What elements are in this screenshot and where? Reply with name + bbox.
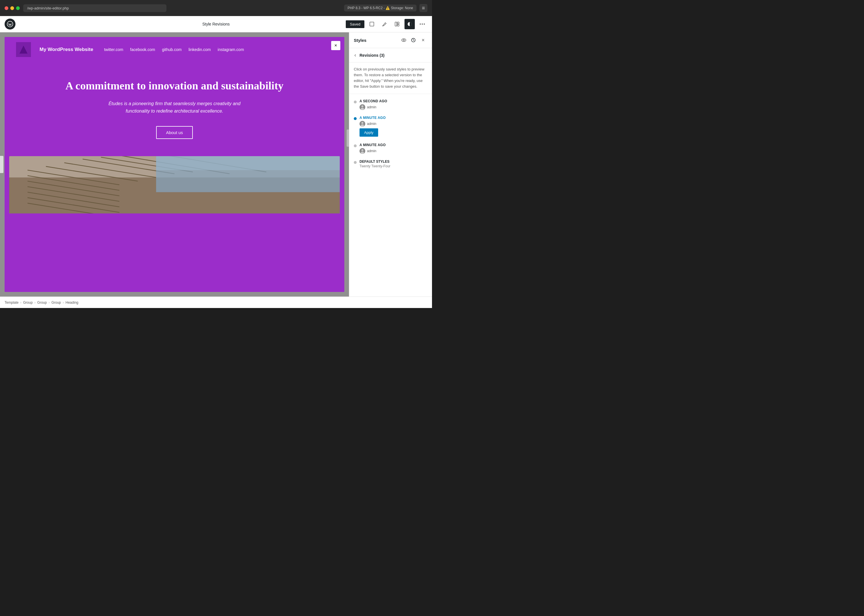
close-preview-button[interactable]: × [331, 41, 340, 50]
wp-admin-bar: W Style Revisions Saved [0, 16, 432, 32]
revision-item-1[interactable]: A SECOND AGO admin [349, 96, 432, 113]
about-us-button[interactable]: About us [156, 126, 193, 139]
browser-right: PHP 8.3 - WP 6.5-RC2 - ⚠️ Storage: None … [344, 4, 427, 12]
svg-point-40 [361, 152, 364, 154]
nav-link-linkedin[interactable]: linkedin.com [189, 47, 211, 52]
breadcrumb-sep-3: › [49, 300, 50, 305]
wp-logo[interactable]: W [5, 19, 16, 30]
svg-point-33 [361, 105, 363, 107]
site-logo [16, 42, 31, 57]
revisions-description: Click on previously saved styles to prev… [349, 63, 432, 94]
back-button[interactable]: ‹ [354, 52, 357, 59]
breadcrumb-sep-1: › [20, 300, 22, 305]
traffic-light-close[interactable] [5, 6, 8, 10]
svg-rect-5 [397, 24, 399, 26]
svg-rect-4 [397, 22, 399, 24]
revision-dot-1 [354, 101, 357, 104]
breadcrumb-bar: Template › Group › Group › Group › Headi… [0, 297, 432, 308]
site-title: My WordPress Website [39, 47, 93, 52]
revision-dot-3 [354, 145, 357, 147]
svg-point-34 [361, 108, 364, 110]
revision-dot-2 [354, 117, 357, 120]
sidebar-header: Styles × [349, 32, 432, 48]
hero-subtitle: Études is a pioneering firm that seamles… [97, 100, 252, 115]
eye-icon-button[interactable] [399, 36, 408, 44]
breadcrumb-template[interactable]: Template [5, 300, 19, 305]
right-scrollbar[interactable] [347, 129, 349, 147]
address-bar[interactable]: /wp-admin/site-editor.php [23, 4, 167, 12]
revision-author-1: admin [360, 104, 427, 110]
hero-title: A commitment to innovation and sustainab… [16, 79, 333, 92]
site-nav: twitter.com facebook.com github.com link… [104, 47, 244, 52]
svg-point-39 [361, 149, 363, 151]
traffic-lights [5, 6, 20, 10]
apply-button[interactable]: Apply [360, 128, 378, 137]
admin-bar-right: Saved [346, 19, 427, 29]
svg-point-30 [403, 39, 404, 41]
brush-icon-button[interactable] [379, 19, 390, 29]
site-header: My WordPress Website twitter.com faceboo… [5, 37, 344, 62]
breadcrumb-group-2[interactable]: Group [37, 300, 47, 305]
svg-point-36 [361, 122, 363, 124]
default-styles-item[interactable]: Default styles Twenty Twenty-Four [349, 157, 432, 171]
canvas-icon-button[interactable] [367, 19, 377, 29]
php-badge: PHP 8.3 - WP 6.5-RC2 - ⚠️ Storage: None [344, 5, 416, 11]
browser-menu-button[interactable]: ≡ [419, 4, 427, 12]
revisions-nav: ‹ Revisions (3) [349, 48, 432, 63]
preview-image [9, 156, 340, 214]
browser-chrome: /wp-admin/site-editor.php PHP 8.3 - WP 6… [0, 0, 432, 16]
main-layout: My WordPress Website twitter.com faceboo… [0, 32, 432, 297]
author-name-2: admin [367, 122, 376, 126]
svg-point-7 [420, 24, 421, 25]
breadcrumb-group-3[interactable]: Group [51, 300, 61, 305]
breadcrumb-sep-4: › [63, 300, 64, 305]
nav-link-facebook[interactable]: facebook.com [130, 47, 155, 52]
left-scrollbar[interactable] [0, 156, 3, 173]
svg-text:W: W [8, 22, 12, 27]
default-styles-label: Default styles [360, 160, 427, 163]
svg-point-8 [422, 24, 423, 25]
author-avatar-2 [360, 121, 365, 127]
nav-link-github[interactable]: github.com [162, 47, 181, 52]
traffic-light-fullscreen[interactable] [16, 6, 20, 10]
revision-item-3[interactable]: A MINUTE AGO admin [349, 140, 432, 157]
revision-author-2: admin [360, 121, 427, 127]
nav-link-instagram[interactable]: instagram.com [218, 47, 244, 52]
author-avatar-3 [360, 148, 365, 154]
traffic-light-minimize[interactable] [10, 6, 14, 10]
canvas-area: My WordPress Website twitter.com faceboo… [0, 32, 349, 297]
revisions-heading: Revisions (3) [360, 53, 385, 58]
revision-author-3: admin [360, 148, 427, 154]
svg-rect-28 [156, 156, 340, 170]
author-name-3: admin [367, 149, 376, 153]
breadcrumb-heading[interactable]: Heading [66, 300, 79, 305]
default-styles-theme: Twenty Twenty-Four [360, 164, 427, 168]
svg-point-37 [361, 124, 364, 127]
revision-time-1: A SECOND AGO [360, 99, 427, 103]
breadcrumb-group-1[interactable]: Group [23, 300, 33, 305]
svg-rect-3 [395, 22, 397, 26]
revision-list: A SECOND AGO admin [349, 94, 432, 173]
revision-item-2[interactable]: A MINUTE AGO admin Apply [349, 113, 432, 140]
svg-point-9 [424, 24, 425, 25]
history-icon-button[interactable] [409, 36, 418, 44]
revisions-panel: ‹ Revisions (3) Click on previously save… [349, 48, 432, 297]
contrast-icon-button[interactable] [404, 19, 415, 29]
breadcrumb-sep-2: › [35, 300, 36, 305]
layout-icon-button[interactable] [392, 19, 402, 29]
sidebar-icons: × [399, 36, 427, 44]
svg-rect-2 [370, 22, 374, 26]
revision-time-2: A MINUTE AGO [360, 116, 427, 120]
sidebar-title: Styles [354, 38, 366, 43]
svg-point-29 [402, 39, 406, 42]
saved-button[interactable]: Saved [346, 20, 364, 28]
admin-bar-title: Style Revisions [202, 22, 230, 26]
revision-time-3: A MINUTE AGO [360, 143, 427, 147]
close-sidebar-button[interactable]: × [419, 36, 427, 44]
nav-link-twitter[interactable]: twitter.com [104, 47, 123, 52]
more-options-button[interactable] [417, 19, 427, 29]
hero-section: A commitment to innovation and sustainab… [5, 62, 344, 151]
author-avatar-1 [360, 104, 365, 110]
revision-dot-default [354, 161, 357, 164]
sidebar: Styles × [349, 32, 432, 297]
